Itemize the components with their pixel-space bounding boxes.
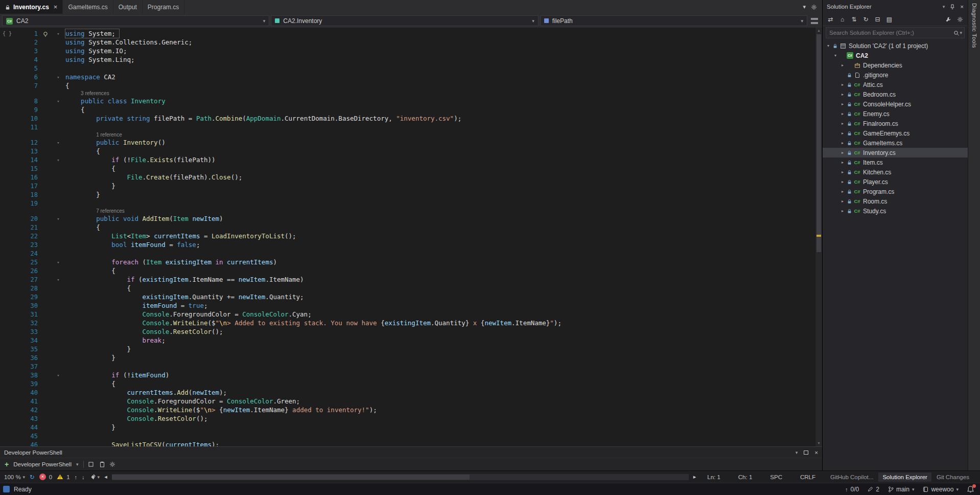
code-line-text[interactable]: public class Inventory: [65, 97, 822, 105]
tree-item[interactable]: ▸C#GameEnemys.cs: [823, 128, 968, 138]
code-line-text[interactable]: public Inventory(): [65, 138, 822, 147]
close-tab-icon[interactable]: ×: [54, 3, 58, 11]
editor-gutter[interactable]: 28: [0, 284, 65, 292]
code-line[interactable]: 10 private string filePath = Path.Combin…: [0, 114, 822, 123]
git-repo-selector[interactable]: weewoo ▾: [923, 486, 959, 493]
home-icon[interactable]: ⌂: [837, 14, 848, 25]
code-line[interactable]: 33 Console.ResetColor();: [0, 327, 822, 336]
fold-toggle-icon[interactable]: ▾: [53, 99, 63, 104]
tree-item[interactable]: ▸C#Inventory.cs: [823, 148, 968, 158]
tree-item[interactable]: ▸C#Program.cs: [823, 187, 968, 196]
code-line[interactable]: 24: [0, 249, 822, 258]
search-input[interactable]: [826, 30, 953, 36]
code-line-text[interactable]: {: [65, 223, 822, 232]
scroll-down-arrow-icon[interactable]: ▾: [815, 440, 822, 446]
editor-gutter[interactable]: 42: [0, 406, 65, 414]
fold-toggle-icon[interactable]: ▾: [53, 373, 63, 378]
fold-toggle-icon[interactable]: ▾: [53, 277, 63, 282]
code-line-text[interactable]: using System.Linq;: [65, 55, 822, 64]
editor-gutter[interactable]: 17: [0, 182, 65, 190]
editor-gutter[interactable]: 23: [0, 240, 65, 249]
next-issue-arrow-icon[interactable]: ↓: [82, 474, 85, 480]
collapse-all-icon[interactable]: ⊟: [872, 14, 883, 25]
editor-gutter[interactable]: 12▾: [0, 138, 65, 147]
editor-gutter[interactable]: 6▾: [0, 73, 65, 81]
refresh-icon[interactable]: ↻: [860, 14, 871, 25]
code-line-text[interactable]: private string filePath = Path.Combine(A…: [65, 114, 822, 123]
code-line-text[interactable]: if (!itemFound): [65, 371, 822, 379]
hscrollbar-thumb[interactable]: [112, 475, 470, 480]
terminal-selector[interactable]: Developer PowerShell: [13, 461, 72, 467]
editor-gutter[interactable]: 35: [0, 345, 65, 353]
terminal-selector-chevron-icon[interactable]: ▾: [76, 462, 79, 467]
editor-gutter[interactable]: 46: [0, 440, 65, 446]
tree-item[interactable]: ▸C#ConsoleHelper.cs: [823, 99, 968, 109]
code-line-text[interactable]: Console.ForegroundColor = ConsoleColor.G…: [65, 397, 822, 406]
background-tasks-icon[interactable]: [3, 486, 10, 492]
code-line-text[interactable]: public void AddItem(Item newItem): [65, 214, 822, 223]
background-analysis-icon[interactable]: ↻: [30, 474, 35, 481]
code-line[interactable]: 12▾1 reference public Inventory(): [0, 131, 822, 147]
quick-actions-lightbulb-icon[interactable]: [38, 30, 53, 37]
code-line-text[interactable]: [65, 123, 822, 131]
tree-item[interactable]: ▸C#Attic.cs: [823, 80, 968, 89]
code-line-text[interactable]: Console.WriteLine($"\n> Added to existin…: [65, 319, 822, 327]
code-line-text[interactable]: break;: [65, 336, 822, 345]
code-line-text[interactable]: Console.WriteLine($"\n> {newItem.ItemNam…: [65, 406, 822, 414]
tree-item[interactable]: ▸C#Finalroom.cs: [823, 119, 968, 128]
code-editor[interactable]: { }1▾using System;2using System.Collecti…: [0, 28, 822, 446]
code-line-text[interactable]: }: [65, 182, 822, 190]
editor-gutter[interactable]: 29: [0, 292, 65, 301]
code-line[interactable]: 28 {: [0, 284, 822, 292]
close-panel-icon[interactable]: ×: [814, 449, 818, 456]
code-line-text[interactable]: {: [65, 266, 822, 275]
tree-item[interactable]: ▸C#Enemy.cs: [823, 109, 968, 119]
code-line-text[interactable]: }: [65, 345, 822, 353]
tree-item[interactable]: ▸Dependencies: [823, 60, 968, 70]
editor-gutter[interactable]: 8▾: [0, 97, 65, 105]
sync-with-active-document-icon[interactable]: ⇅: [849, 14, 859, 25]
tool-window-tab[interactable]: GitHub Copilot...: [826, 472, 877, 482]
code-line[interactable]: 36 }: [0, 353, 822, 362]
fold-toggle-icon[interactable]: ▾: [53, 158, 63, 163]
code-cleanup-broom-button[interactable]: ▾: [89, 474, 100, 480]
editor-gutter[interactable]: 25▾: [0, 258, 65, 266]
line-ending-indicator[interactable]: CRLF: [794, 474, 822, 480]
code-line[interactable]: 26 {: [0, 266, 822, 275]
editor-gutter[interactable]: 21: [0, 223, 65, 232]
horizontal-scrollbar[interactable]: [112, 474, 689, 480]
fold-toggle-icon[interactable]: ▾: [53, 75, 63, 80]
code-line[interactable]: 39 {: [0, 379, 822, 388]
tree-item[interactable]: ▸C#Kitchen.cs: [823, 167, 968, 177]
code-line[interactable]: 31 Console.ForegroundColor = ConsoleColo…: [0, 310, 822, 319]
previous-issue-arrow-icon[interactable]: ↑: [75, 474, 78, 480]
tab-list-chevron-icon[interactable]: ▾: [803, 4, 806, 10]
code-line-text[interactable]: bool itemFound = false;: [65, 240, 822, 249]
collapsed-chevron-icon[interactable]: ▸: [839, 121, 846, 126]
editor-gutter[interactable]: 38▾: [0, 371, 65, 379]
code-line[interactable]: 16 File.Create(filePath).Close();: [0, 173, 822, 182]
editor-gutter[interactable]: 26: [0, 266, 65, 275]
editor-gutter[interactable]: 27▾: [0, 275, 65, 284]
column-indicator[interactable]: Ch: 1: [732, 474, 759, 480]
clipboard-icon[interactable]: [100, 461, 105, 468]
breadcrumb-dropdown[interactable]: C#CA2▾: [2, 15, 269, 26]
collapsed-chevron-icon[interactable]: ▸: [839, 209, 846, 213]
editor-gutter[interactable]: 14▾: [0, 155, 65, 164]
show-all-files-icon[interactable]: ▤: [884, 14, 895, 25]
hscroll-right-arrow-icon[interactable]: ▸: [693, 474, 696, 480]
code-line[interactable]: 37: [0, 362, 822, 371]
zoom-level-select[interactable]: 100 % ▾: [4, 474, 25, 480]
code-line[interactable]: 25▾ foreach (Item existingItem in curren…: [0, 258, 822, 266]
code-line-text[interactable]: {: [65, 379, 822, 388]
editor-gutter[interactable]: 16: [0, 173, 65, 182]
collapsed-chevron-icon[interactable]: ▸: [839, 63, 846, 68]
editor-gutter[interactable]: 20▾: [0, 214, 65, 223]
tree-item[interactable]: ▾C#CA2: [823, 51, 968, 60]
switch-views-icon[interactable]: ⇄: [825, 14, 836, 25]
editor-gutter[interactable]: 44: [0, 423, 65, 432]
collapsed-chevron-icon[interactable]: ▸: [839, 170, 846, 174]
fold-toggle-icon[interactable]: ▾: [53, 260, 63, 265]
editor-gutter[interactable]: 19: [0, 199, 65, 208]
collapsed-chevron-icon[interactable]: ▸: [839, 102, 846, 106]
